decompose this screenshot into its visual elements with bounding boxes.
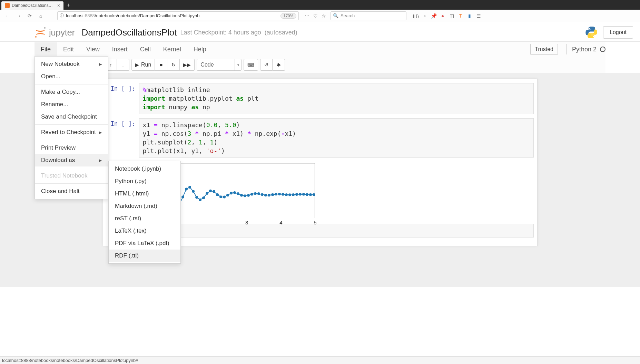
jupyter-logo-icon bbox=[35, 27, 46, 38]
download-ipynb[interactable]: Notebook (.ipynb) bbox=[109, 163, 180, 175]
file-close-halt[interactable]: Close and Halt bbox=[35, 185, 108, 198]
download-py[interactable]: Python (.py) bbox=[109, 175, 180, 188]
hamburger-icon[interactable]: ☰ bbox=[475, 13, 482, 19]
restart-button[interactable]: ↻ bbox=[167, 59, 180, 71]
tab-title: DampedOscillationsPlot bbox=[12, 3, 55, 8]
reload-button[interactable]: ⟳ bbox=[25, 11, 35, 21]
jupyter-logo[interactable]: jupyter bbox=[35, 27, 75, 38]
pocket-icon[interactable]: ▫ bbox=[422, 13, 428, 19]
menu-cell[interactable]: Cell bbox=[134, 42, 157, 57]
page-actions: ⋯ ♡ ☆ bbox=[304, 12, 327, 19]
menu-file[interactable]: File bbox=[35, 42, 57, 57]
svg-point-28 bbox=[233, 191, 236, 194]
svg-point-16 bbox=[192, 190, 195, 193]
download-html[interactable]: HTML (.html) bbox=[109, 188, 180, 200]
chevron-right-icon: ▶ bbox=[99, 130, 102, 135]
jupyter-favicon-icon bbox=[5, 3, 10, 8]
code-input[interactable] bbox=[139, 224, 534, 237]
nbextension-a-button[interactable]: ↺ bbox=[260, 59, 273, 71]
download-rdf[interactable]: RDF (.ttl) bbox=[109, 250, 180, 262]
svg-point-25 bbox=[223, 196, 226, 199]
notebook-name[interactable]: DampedOscillationsPlot bbox=[82, 27, 177, 38]
adblock-icon[interactable]: ● bbox=[440, 13, 446, 19]
svg-point-29 bbox=[237, 192, 239, 195]
extension-t-icon[interactable]: T bbox=[457, 13, 464, 19]
info-icon: ⓘ bbox=[60, 13, 64, 19]
file-rename[interactable]: Rename... bbox=[35, 98, 108, 111]
back-button[interactable]: ← bbox=[3, 11, 12, 21]
zoom-badge[interactable]: 170% bbox=[280, 13, 296, 19]
move-down-button[interactable]: ↓ bbox=[117, 59, 129, 71]
command-palette-button[interactable]: ⌨ bbox=[244, 59, 258, 71]
menu-insert[interactable]: Insert bbox=[106, 42, 134, 57]
svg-point-1 bbox=[593, 36, 594, 37]
menu-kernel[interactable]: Kernel bbox=[157, 42, 187, 57]
pin-icon[interactable]: 📌 bbox=[431, 13, 437, 19]
code-input[interactable]: x1 = np.linspace(0.0, 5.0) y1 = np.cos(3… bbox=[139, 118, 534, 158]
file-download-as[interactable]: Download as▶ bbox=[35, 154, 108, 166]
menu-help[interactable]: Help bbox=[187, 42, 213, 57]
extension-books-icon[interactable]: ▮ bbox=[466, 13, 473, 19]
file-make-copy[interactable]: Make a Copy... bbox=[35, 86, 108, 98]
svg-point-18 bbox=[199, 199, 201, 201]
reader-icon[interactable]: ♡ bbox=[312, 12, 319, 19]
trusted-indicator[interactable]: Trusted bbox=[530, 44, 558, 55]
close-icon[interactable]: × bbox=[57, 3, 60, 8]
svg-point-20 bbox=[206, 192, 208, 195]
svg-point-33 bbox=[250, 193, 253, 196]
interrupt-button[interactable]: ■ bbox=[155, 59, 167, 71]
svg-point-24 bbox=[219, 196, 222, 199]
svg-point-49 bbox=[306, 193, 308, 196]
restart-run-all-button[interactable]: ▶▶ bbox=[180, 59, 195, 71]
sidebar-icon[interactable]: ◫ bbox=[449, 13, 455, 19]
url-bar[interactable]: ⓘ localhost:8888/notebooks/notebooks/Dam… bbox=[57, 11, 299, 20]
browser-toolbar: ← → ⟳ ⌂ ⓘ localhost:8888/notebooks/noteb… bbox=[0, 10, 640, 22]
nbextension-b-button[interactable]: ✱ bbox=[273, 59, 285, 71]
download-tex[interactable]: LaTeX (.tex) bbox=[109, 225, 180, 237]
logout-button[interactable]: Logout bbox=[603, 26, 633, 39]
svg-point-37 bbox=[264, 194, 267, 196]
home-button[interactable]: ⌂ bbox=[36, 11, 46, 21]
svg-point-45 bbox=[292, 193, 295, 196]
browser-tab[interactable]: DampedOscillationsPlot × bbox=[1, 1, 63, 10]
new-tab-button[interactable]: + bbox=[63, 1, 73, 10]
search-input[interactable]: 🔍 Search bbox=[331, 11, 406, 20]
url-host: localhost bbox=[66, 13, 83, 18]
code-input[interactable]: %matplotlib inline import matplotlib.pyp… bbox=[139, 83, 534, 114]
input-prompt: In [ ]: bbox=[107, 118, 139, 158]
svg-point-15 bbox=[188, 186, 191, 189]
svg-point-32 bbox=[247, 194, 250, 197]
download-pdf[interactable]: PDF via LaTeX (.pdf) bbox=[109, 237, 180, 250]
svg-point-46 bbox=[295, 193, 298, 196]
file-revert-checkpoint[interactable]: Revert to Checkpoint▶ bbox=[35, 126, 108, 139]
forward-button[interactable]: → bbox=[14, 11, 23, 21]
download-md[interactable]: Markdown (.md) bbox=[109, 200, 180, 212]
kernel-idle-icon bbox=[600, 47, 605, 52]
x-tick-label: 3 bbox=[245, 220, 248, 225]
file-open[interactable]: Open... bbox=[35, 70, 108, 83]
file-save-checkpoint[interactable]: Save and Checkpoint bbox=[35, 111, 108, 123]
search-placeholder: Search bbox=[341, 13, 355, 18]
svg-point-40 bbox=[275, 193, 277, 196]
python-kernel-icon[interactable] bbox=[584, 26, 603, 39]
menu-view[interactable]: View bbox=[80, 42, 106, 57]
kernel-indicator[interactable]: Python 2 bbox=[566, 44, 605, 54]
svg-point-19 bbox=[202, 196, 205, 199]
bookmark-star-icon[interactable]: ☆ bbox=[320, 12, 327, 19]
toolbar: 💾 ✚ ✂ ⧉ 📋 ↑ ↓ ▶Run ■ ↻ ▶▶ Code ▾ ⌨ ↺ ✱ bbox=[35, 57, 605, 73]
file-new-notebook[interactable]: New Notebook▶ bbox=[35, 58, 108, 70]
library-icon[interactable]: ⫿⫿\ bbox=[413, 13, 419, 19]
code-cell[interactable]: In [ ]: %matplotlib inline import matplo… bbox=[107, 83, 534, 114]
svg-point-21 bbox=[209, 190, 212, 192]
download-rst[interactable]: reST (.rst) bbox=[109, 212, 180, 225]
menu-edit[interactable]: Edit bbox=[57, 42, 80, 57]
jupyter-header: jupyter DampedOscillationsPlot Last Chec… bbox=[0, 22, 640, 41]
cell-type-select[interactable]: Code bbox=[197, 59, 242, 71]
code-cell[interactable]: In [ ]: x1 = np.linspace(0.0, 5.0) y1 = … bbox=[107, 118, 534, 158]
more-icon[interactable]: ⋯ bbox=[304, 12, 311, 19]
svg-point-50 bbox=[309, 193, 312, 196]
file-print-preview[interactable]: Print Preview bbox=[35, 142, 108, 154]
run-button[interactable]: ▶Run bbox=[131, 59, 155, 71]
svg-point-35 bbox=[257, 192, 260, 195]
url-path: /notebooks/notebooks/DampedOscillationsP… bbox=[95, 13, 200, 18]
